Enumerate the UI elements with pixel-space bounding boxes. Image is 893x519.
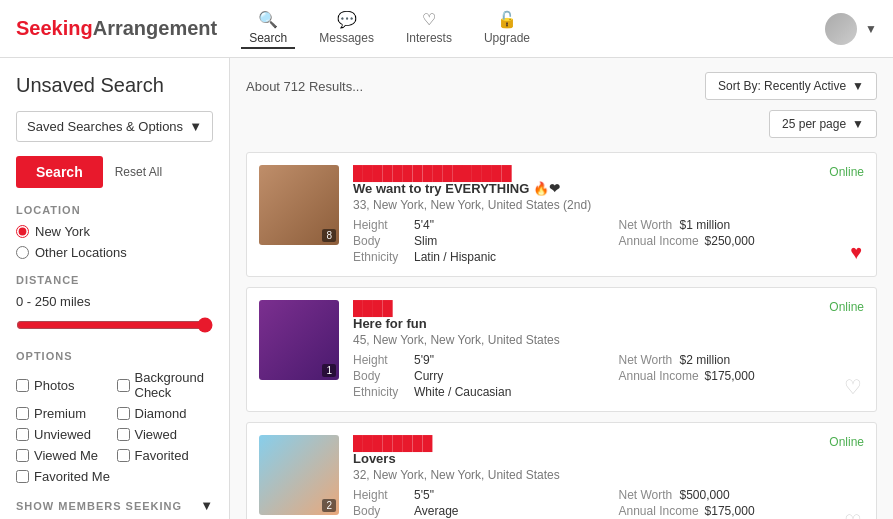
location-section-label: LOCATION [16,204,213,216]
detail-net-worth-1: Net Worth $1 million [619,218,865,232]
profile-card-3: 2 ████████ Lovers 32, New York, New York… [246,422,877,519]
option-favorited-me[interactable]: Favorited Me [16,469,113,484]
option-diamond[interactable]: Diamond [117,406,214,421]
logo-seeking: Seeking [16,17,93,39]
saved-searches-dropdown[interactable]: Saved Searches & Options ▼ [16,111,213,142]
avatar[interactable] [825,13,857,45]
show-members-section[interactable]: SHOW MEMBERS SEEKING ▼ [16,498,213,513]
distance-section-label: DISTANCE [16,274,213,286]
options-grid: Photos Background Check Premium Diamond … [16,370,213,484]
option-favorited[interactable]: Favorited [117,448,214,463]
show-members-label: SHOW MEMBERS SEEKING [16,500,182,512]
messages-nav-icon: 💬 [337,10,357,29]
detail-net-worth-2: Net Worth $2 million [619,353,865,367]
content-area: About 712 Results... Sort By: Recently A… [230,58,893,519]
profile-name-1: ████████████████ [353,165,856,181]
nav-upgrade[interactable]: 🔓 Upgrade [476,8,538,49]
detail-height-3: Height 5'5" [353,488,599,502]
detail-net-worth-3: Net Worth $500,000 [619,488,865,502]
photo-count-1: 8 [322,229,336,242]
nav-search[interactable]: 🔍 Search [241,8,295,49]
online-badge-1: Online [829,165,864,179]
online-badge-2: Online [829,300,864,314]
per-page-arrow-icon: ▼ [852,117,864,131]
profile-info-2: ████ Here for fun 45, New York, New York… [353,300,864,399]
profile-photo-3[interactable]: 2 [259,435,339,515]
like-button-3[interactable]: ♡ [844,510,862,519]
per-page-dropdown[interactable]: 25 per page ▼ [769,110,877,138]
search-nav-icon: 🔍 [258,10,278,29]
sort-arrow-icon: ▼ [852,79,864,93]
detail-height-2: Height 5'9" [353,353,599,367]
logo: SeekingArrangement [16,17,217,40]
profile-info-1: ████████████████ We want to try EVERYTHI… [353,165,864,264]
location-other[interactable]: Other Locations [16,245,213,260]
photo-count-3: 2 [322,499,336,512]
detail-income-1: Annual Income $250,000 [619,234,865,248]
photo-count-2: 1 [322,364,336,377]
nav-messages[interactable]: 💬 Messages [311,8,382,49]
location-radio-group: New York Other Locations [16,224,213,260]
option-viewed-me[interactable]: Viewed Me [16,448,113,463]
profile-details-1: Height 5'4" Net Worth $1 million Body Sl… [353,218,864,264]
content-header: About 712 Results... Sort By: Recently A… [246,72,877,100]
profile-card-2: 1 ████ Here for fun 45, New York, New Yo… [246,287,877,412]
saved-searches-arrow: ▼ [189,119,202,134]
profile-name-3: ████████ [353,435,856,451]
interests-nav-icon: ♡ [422,10,436,29]
search-button[interactable]: Search [16,156,103,188]
reset-all-link[interactable]: Reset All [115,165,162,179]
distance-slider[interactable] [16,317,213,333]
profile-details-3: Height 5'5" Net Worth $500,000 Body Aver… [353,488,864,519]
profile-details-2: Height 5'9" Net Worth $2 million Body Cu… [353,353,864,399]
per-page-label: 25 per page [782,117,846,131]
profile-location-age-2: 45, New York, New York, United States [353,333,864,347]
search-row: Search Reset All [16,156,213,188]
profile-tagline-3: Lovers [353,451,864,466]
show-members-chevron: ▼ [200,498,213,513]
options-section-label: OPTIONS [16,350,213,362]
second-row-controls: 25 per page ▼ [246,110,877,138]
option-unviewed[interactable]: Unviewed [16,427,113,442]
profile-photo-1[interactable]: 8 [259,165,339,245]
option-background-check[interactable]: Background Check [117,370,214,400]
detail-body-2: Body Curry [353,369,599,383]
main-layout: Unsaved Search Saved Searches & Options … [0,58,893,519]
profile-card: 8 ████████████████ We want to try EVERYT… [246,152,877,277]
option-viewed[interactable]: Viewed [117,427,214,442]
detail-body-3: Body Average [353,504,599,518]
profile-photo-2[interactable]: 1 [259,300,339,380]
detail-height-1: Height 5'4" [353,218,599,232]
profile-location-age-1: 33, New York, New York, United States (2… [353,198,864,212]
nav-interests[interactable]: ♡ Interests [398,8,460,49]
profile-tagline-2: Here for fun [353,316,864,331]
like-button-2[interactable]: ♡ [844,375,862,399]
main-nav: 🔍 Search 💬 Messages ♡ Interests 🔓 Upgrad… [241,8,825,49]
logo-arrangement: Arrangement [93,17,217,39]
profile-name-2: ████ [353,300,856,316]
option-premium[interactable]: Premium [16,406,113,421]
results-count: About 712 Results... [246,79,363,94]
profile-info-3: ████████ Lovers 32, New York, New York, … [353,435,864,519]
sort-dropdown[interactable]: Sort By: Recently Active ▼ [705,72,877,100]
option-photos[interactable]: Photos [16,370,113,400]
profile-tagline-1: We want to try EVERYTHING 🔥❤ [353,181,864,196]
location-new-york[interactable]: New York [16,224,213,239]
online-badge-3: Online [829,435,864,449]
profile-location-age-3: 32, New York, New York, United States [353,468,864,482]
detail-income-3: Annual Income $175,000 [619,504,865,518]
detail-ethnicity-1: Ethnicity Latin / Hispanic [353,250,599,264]
sidebar: Unsaved Search Saved Searches & Options … [0,58,230,519]
header: SeekingArrangement 🔍 Search 💬 Messages ♡… [0,0,893,58]
detail-body-1: Body Slim [353,234,599,248]
distance-value: 0 - 250 miles [16,294,213,309]
header-right: ▼ [825,13,877,45]
detail-ethnicity-2: Ethnicity White / Caucasian [353,385,599,399]
header-account-dropdown[interactable]: ▼ [865,22,877,36]
distance-slider-container [16,317,213,336]
page-title: Unsaved Search [16,74,213,97]
saved-searches-label: Saved Searches & Options [27,119,183,134]
sort-label: Sort By: Recently Active [718,79,846,93]
like-button-1[interactable]: ♥ [850,241,862,264]
detail-income-2: Annual Income $175,000 [619,369,865,383]
